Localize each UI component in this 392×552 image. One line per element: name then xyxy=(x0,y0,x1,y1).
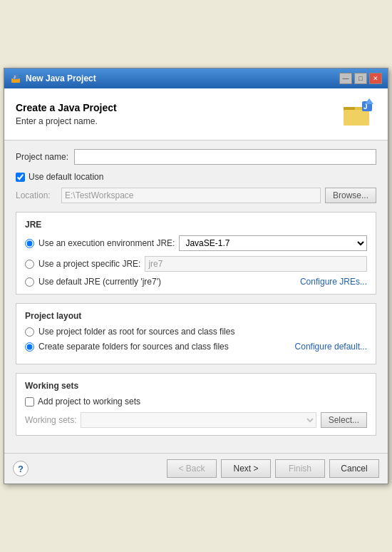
jre-option1-radio[interactable] xyxy=(25,239,34,248)
project-name-input[interactable] xyxy=(74,149,376,165)
select-working-sets-button[interactable]: Select... xyxy=(321,412,367,428)
layout-section-title: Project layout xyxy=(25,311,367,321)
add-working-sets-checkbox[interactable] xyxy=(25,397,34,407)
dialog-title: Create a Java Project xyxy=(16,102,117,113)
use-default-location-checkbox[interactable] xyxy=(16,173,25,182)
working-sets-label: Working sets: xyxy=(25,415,76,425)
configure-jres-link[interactable]: Configure JREs... xyxy=(300,277,367,287)
svg-rect-5 xyxy=(344,110,369,126)
working-sets-section: Working sets Add project to working sets… xyxy=(16,373,376,436)
configure-default-link[interactable]: Configure default... xyxy=(295,342,367,352)
maximize-button[interactable]: □ xyxy=(354,73,367,84)
working-sets-select-row: Working sets: Select... xyxy=(25,412,367,428)
dialog-subtitle: Enter a project name. xyxy=(16,116,117,126)
layout-option2-radio[interactable] xyxy=(25,342,34,352)
jre-option1-row: Use an execution environment JRE: JavaSE… xyxy=(25,235,367,251)
content-area: Project name: Use default location Locat… xyxy=(4,140,388,453)
jre-section: JRE Use an execution environment JRE: Ja… xyxy=(16,212,376,295)
jre-option2-radio[interactable] xyxy=(25,260,34,269)
footer: ? < Back Next > Finish Cancel xyxy=(4,453,388,484)
jre-option3-radio[interactable] xyxy=(25,277,34,287)
window-title: New Java Project xyxy=(26,73,96,83)
browse-button[interactable]: Browse... xyxy=(325,188,376,203)
minimize-button[interactable]: — xyxy=(339,73,352,84)
title-controls: — □ ✕ xyxy=(339,73,382,84)
layout-section: Project layout Use project folder as roo… xyxy=(16,303,376,364)
back-button[interactable]: < Back xyxy=(167,459,217,478)
title-bar-left: J New Java Project xyxy=(10,73,96,84)
header-text: Create a Java Project Enter a project na… xyxy=(16,102,117,126)
layout-option1-row: Use project folder as root for sources a… xyxy=(25,327,367,337)
layout-option2-row: Create separate folders for sources and … xyxy=(25,342,367,352)
working-sets-title: Working sets xyxy=(25,381,367,391)
java-project-icon: J xyxy=(342,97,376,131)
project-name-row: Project name: xyxy=(16,149,376,165)
location-input[interactable] xyxy=(61,188,321,203)
use-default-location-row: Use default location xyxy=(16,172,376,182)
main-window: J New Java Project — □ ✕ Create a Java P… xyxy=(4,68,388,484)
cancel-button[interactable]: Cancel xyxy=(329,459,379,478)
location-label: Location: xyxy=(16,190,57,200)
layout-option1-radio[interactable] xyxy=(25,327,34,337)
jre-option1-label: Use an execution environment JRE: xyxy=(38,238,175,248)
jre-option3-row: Use default JRE (currently 'jre7') Confi… xyxy=(25,277,367,287)
footer-buttons: < Back Next > Finish Cancel xyxy=(167,459,379,478)
jre-specific-input xyxy=(145,256,367,272)
window-icon: J xyxy=(10,73,21,84)
jre-environment-select[interactable]: JavaSE-1.7 JavaSE-1.6 JavaSE-1.8 xyxy=(179,235,367,251)
project-name-label: Project name: xyxy=(16,152,68,162)
use-default-location-label: Use default location xyxy=(29,172,103,182)
close-button[interactable]: ✕ xyxy=(369,73,382,84)
layout-option1-label: Use project folder as root for sources a… xyxy=(38,327,234,337)
working-sets-select xyxy=(81,412,316,428)
header-area: Create a Java Project Enter a project na… xyxy=(4,88,388,140)
jre-option2-row: Use a project specific JRE: xyxy=(25,256,367,272)
finish-button[interactable]: Finish xyxy=(275,459,325,478)
next-button[interactable]: Next > xyxy=(221,459,271,478)
jre-section-title: JRE xyxy=(25,220,367,230)
add-working-sets-row: Add project to working sets xyxy=(25,397,367,407)
jre-option2-label: Use a project specific JRE: xyxy=(38,259,140,269)
layout-option2-label: Create separate folders for sources and … xyxy=(38,342,229,352)
svg-text:J: J xyxy=(14,75,16,79)
location-row: Location: Browse... xyxy=(16,188,376,203)
jre-option3-label: Use default JRE (currently 'jre7') xyxy=(38,277,161,287)
help-button[interactable]: ? xyxy=(13,461,29,476)
add-working-sets-label: Add project to working sets xyxy=(38,397,140,407)
title-bar: J New Java Project — □ ✕ xyxy=(4,68,388,88)
